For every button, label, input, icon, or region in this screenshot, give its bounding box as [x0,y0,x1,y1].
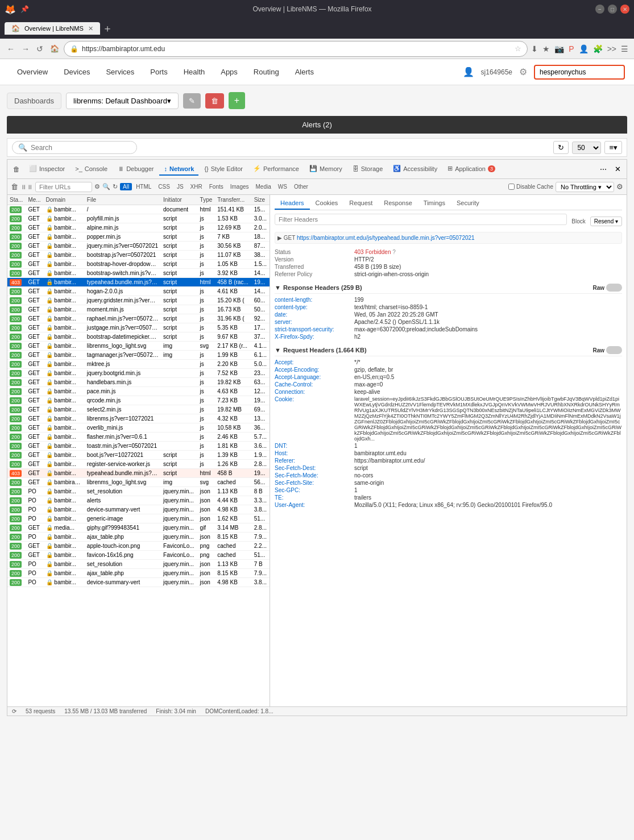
reload-net-icon[interactable]: ↻ [113,183,118,190]
address-bar[interactable]: 🔒 https://bambiraptor.umt.edu ☆ [64,41,528,57]
table-row[interactable]: 200 PO 🔒 bambir... set_resolution jquery… [7,560,270,569]
account-icon[interactable]: 👤 [578,43,590,55]
table-row[interactable]: 200 GET 🔒 bambir... moment.min.js script… [7,305,270,314]
devtools-close-btn[interactable]: ✕ [611,163,624,176]
table-row[interactable]: 200 PO 🔒 bambir... ajax_table.php jquery… [7,569,270,578]
table-row[interactable]: 200 GET 🔒 bambir... librenms.js?ver=1027… [7,414,270,423]
table-row[interactable]: 200 GET 🔒 bambir... popper.min.js script… [7,232,270,242]
raw-toggle-btn-response[interactable] [606,284,622,292]
delete-dashboard-btn[interactable]: 🗑 [205,93,224,109]
close-btn[interactable]: ✕ [620,5,629,14]
tab-storage[interactable]: 🗄 Storage [348,163,388,176]
table-row[interactable]: 200 GET 🔒 bambir... qrcode.min.js js 7.2… [7,396,270,405]
url-filter-input[interactable] [35,182,92,192]
hdr-tab-timings[interactable]: Timings [418,197,451,210]
nav-overview[interactable]: Overview [9,59,56,85]
table-row[interactable]: 200 PO 🔒 bambir... set_resolution jquery… [7,487,270,496]
hdr-tab-headers[interactable]: Headers [275,197,310,210]
table-row[interactable]: 403 GET 🔒 bambir... typeahead.bundle.min… [7,469,270,478]
table-row[interactable]: 200 GET 🔒 bambir... raphael.min.js?ver=0… [7,314,270,323]
type-xhr-btn[interactable]: XHR [188,183,205,190]
table-row[interactable]: 200 GET 🔒 bambir... handlebars.min.js js… [7,378,270,387]
clear-network-btn[interactable]: 🗑 [11,182,18,191]
tab-performance[interactable]: ⚡ Performance [248,163,304,176]
table-row[interactable]: 200 GET 🔒 bambir... alpine.min.js script… [7,223,270,232]
home-btn[interactable]: 🏠 [48,43,61,54]
screenshot-icon[interactable]: 📷 [553,43,565,55]
table-row[interactable]: 200 GET 🔒 bambir... mktree.js js 2.20 KB… [7,360,270,369]
type-js-btn[interactable]: JS [174,183,187,190]
hdr-tab-response[interactable]: Response [378,197,418,210]
headers-filter-input[interactable] [275,214,567,225]
search-input[interactable] [31,144,99,152]
type-css-btn[interactable]: CSS [155,183,173,190]
throttle-select[interactable]: No Throttling ▾ [556,182,614,192]
hdr-tab-cookies[interactable]: Cookies [310,197,344,210]
tab-style-editor[interactable]: {} Style Editor [200,163,247,176]
tab-inspector[interactable]: ⬜ Inspector [24,163,69,176]
tab-debugger[interactable]: ⏸ Debugger [113,163,158,176]
table-row[interactable]: 200 GET 🔒 bambir... justgage.min.js?ver=… [7,323,270,332]
disable-cache-checkbox[interactable] [508,184,515,190]
type-media-btn[interactable]: Media [253,183,274,190]
table-row[interactable]: 200 GET 🔒 bambir... overlib_mini.js js 1… [7,423,270,433]
table-row[interactable]: 200 GET 🔒 bambir... / document html 151.… [7,205,270,214]
resend-btn[interactable]: Resend ▾ [590,217,622,226]
reload-btn[interactable]: ↺ [34,43,45,55]
table-row[interactable]: 403 GET 🔒 bambir... typeahead.bundle.min… [7,278,270,287]
menu-btn[interactable]: ☰ [620,43,629,55]
type-all-btn[interactable]: All [120,183,132,190]
network-settings-icon[interactable]: ⚙ [616,182,623,191]
table-row[interactable]: 200 GET 🔒 bambir... jquery.gridster.min.… [7,296,270,305]
devtools-clear-btn[interactable]: 🗑 [10,163,23,176]
minimize-btn[interactable]: − [595,5,604,14]
tab-close-btn[interactable]: ✕ [88,25,93,32]
browser-tab[interactable]: 🏠 Overview | LibreNMS ✕ [5,22,100,35]
add-dashboard-btn[interactable]: + [229,92,245,109]
collapse-response-icon[interactable]: ▼ [275,284,281,291]
type-images-btn[interactable]: Images [227,183,252,190]
maximize-btn[interactable]: □ [608,5,617,14]
forward-btn[interactable]: → [19,43,32,55]
back-btn[interactable]: ← [5,43,17,55]
table-row[interactable]: 200 GET 🔒 bambir... pace.min.js js 4.63 … [7,387,270,396]
nav-apps[interactable]: Apps [213,59,246,85]
hdr-tab-request[interactable]: Request [343,197,378,210]
table-row[interactable]: 200 PO 🔒 bambir... alerts jquery.min... … [7,496,270,505]
nav-services[interactable]: Services [98,59,142,85]
collapse-request-icon[interactable]: ▼ [275,347,281,354]
view-options-btn[interactable]: ≡▾ [604,141,622,154]
pocket-icon[interactable]: P [567,43,575,55]
table-row[interactable]: 200 PO 🔒 bambir... ajax_table.php jquery… [7,533,270,542]
edit-dashboard-btn[interactable]: ✎ [183,93,201,109]
table-row[interactable]: 200 GET 🔒 bambir... boot.js?ver=10272021… [7,451,270,460]
table-row[interactable]: 200 GET 🔒 bambir... favicon-16x16.png Fa… [7,551,270,560]
tab-console[interactable]: >_ Console [71,163,112,176]
raw-toggle-btn-request[interactable] [606,346,622,354]
table-row[interactable]: 200 GET 🔒 bambir... polyfill.min.js scri… [7,214,270,223]
filter-options-icon[interactable]: ⚙ [94,183,100,190]
table-row[interactable]: 200 GET 🔒 media... giphy.gif?999483541 j… [7,523,270,533]
nav-devices[interactable]: Devices [56,59,98,85]
bookmark-icon[interactable]: ★ [541,43,551,55]
table-row[interactable]: 200 GET 🔒 bambir... bootstrap-switch.min… [7,269,270,278]
refresh-btn[interactable]: ↻ [553,141,569,154]
table-row[interactable]: 200 GET 🔒 bambir... bootstrap.js?ver=050… [7,251,270,260]
overflow-btn[interactable]: >> [606,43,618,55]
table-row[interactable]: 200 PO 🔒 bambir... device-summary-vert j… [7,505,270,514]
type-ws-btn[interactable]: WS [275,183,290,190]
table-row[interactable]: 200 GET 🔒 bambirap... librenms_logo_ligh… [7,478,270,487]
nav-ports[interactable]: Ports [142,59,175,85]
new-tab-btn[interactable]: ＋ [102,22,113,35]
table-row[interactable]: 200 PO 🔒 bambir... device-summary-vert j… [7,578,270,587]
tab-application[interactable]: ⊞ Application 3 [443,163,500,176]
table-row[interactable]: 200 GET 🔒 bambir... librenms_logo_light.… [7,342,270,351]
nav-routing[interactable]: Routing [246,59,287,85]
window-controls[interactable]: − □ ✕ [595,5,629,14]
settings-icon[interactable]: ⚙ [519,66,527,77]
table-row[interactable]: 200 GET 🔒 bambir... register-service-wor… [7,460,270,469]
tab-memory[interactable]: 💾 Memory [305,163,347,176]
table-row[interactable]: 200 GET 🔒 bambir... jquery.min.js?ver=05… [7,242,270,251]
nav-health[interactable]: Health [176,59,213,85]
global-search-input[interactable] [534,65,625,80]
